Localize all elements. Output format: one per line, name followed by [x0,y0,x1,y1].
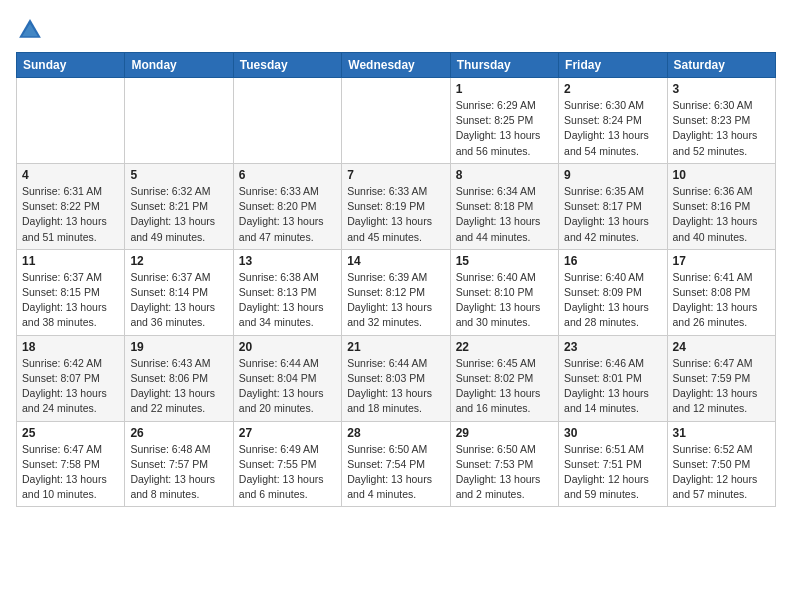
calendar-cell: 9Sunrise: 6:35 AMSunset: 8:17 PMDaylight… [559,163,667,249]
calendar-cell: 18Sunrise: 6:42 AMSunset: 8:07 PMDayligh… [17,335,125,421]
day-number: 28 [347,426,444,440]
day-number: 25 [22,426,119,440]
day-info: Sunrise: 6:29 AMSunset: 8:25 PMDaylight:… [456,98,553,159]
day-info: Sunrise: 6:46 AMSunset: 8:01 PMDaylight:… [564,356,661,417]
calendar-cell: 21Sunrise: 6:44 AMSunset: 8:03 PMDayligh… [342,335,450,421]
day-number: 30 [564,426,661,440]
calendar-cell: 31Sunrise: 6:52 AMSunset: 7:50 PMDayligh… [667,421,775,507]
calendar-cell [17,78,125,164]
day-info: Sunrise: 6:50 AMSunset: 7:54 PMDaylight:… [347,442,444,503]
day-info: Sunrise: 6:51 AMSunset: 7:51 PMDaylight:… [564,442,661,503]
day-number: 19 [130,340,227,354]
calendar-cell: 29Sunrise: 6:50 AMSunset: 7:53 PMDayligh… [450,421,558,507]
day-info: Sunrise: 6:35 AMSunset: 8:17 PMDaylight:… [564,184,661,245]
calendar-cell: 5Sunrise: 6:32 AMSunset: 8:21 PMDaylight… [125,163,233,249]
day-number: 26 [130,426,227,440]
day-number: 22 [456,340,553,354]
day-info: Sunrise: 6:45 AMSunset: 8:02 PMDaylight:… [456,356,553,417]
day-info: Sunrise: 6:39 AMSunset: 8:12 PMDaylight:… [347,270,444,331]
day-number: 17 [673,254,770,268]
page-header [16,16,776,44]
calendar-cell [125,78,233,164]
day-info: Sunrise: 6:52 AMSunset: 7:50 PMDaylight:… [673,442,770,503]
day-info: Sunrise: 6:34 AMSunset: 8:18 PMDaylight:… [456,184,553,245]
day-info: Sunrise: 6:47 AMSunset: 7:59 PMDaylight:… [673,356,770,417]
day-info: Sunrise: 6:36 AMSunset: 8:16 PMDaylight:… [673,184,770,245]
calendar-cell: 8Sunrise: 6:34 AMSunset: 8:18 PMDaylight… [450,163,558,249]
day-number: 4 [22,168,119,182]
calendar-day-header-tuesday: Tuesday [233,53,341,78]
calendar-cell: 23Sunrise: 6:46 AMSunset: 8:01 PMDayligh… [559,335,667,421]
calendar-cell: 25Sunrise: 6:47 AMSunset: 7:58 PMDayligh… [17,421,125,507]
day-number: 12 [130,254,227,268]
day-number: 13 [239,254,336,268]
calendar-cell: 28Sunrise: 6:50 AMSunset: 7:54 PMDayligh… [342,421,450,507]
day-info: Sunrise: 6:30 AMSunset: 8:24 PMDaylight:… [564,98,661,159]
day-number: 10 [673,168,770,182]
calendar-cell: 26Sunrise: 6:48 AMSunset: 7:57 PMDayligh… [125,421,233,507]
day-info: Sunrise: 6:44 AMSunset: 8:03 PMDaylight:… [347,356,444,417]
calendar-cell [342,78,450,164]
day-number: 5 [130,168,227,182]
calendar-cell: 13Sunrise: 6:38 AMSunset: 8:13 PMDayligh… [233,249,341,335]
calendar-cell: 15Sunrise: 6:40 AMSunset: 8:10 PMDayligh… [450,249,558,335]
calendar-header-row: SundayMondayTuesdayWednesdayThursdayFrid… [17,53,776,78]
day-number: 7 [347,168,444,182]
calendar-cell: 12Sunrise: 6:37 AMSunset: 8:14 PMDayligh… [125,249,233,335]
logo-icon [16,16,44,44]
day-info: Sunrise: 6:40 AMSunset: 8:10 PMDaylight:… [456,270,553,331]
calendar-cell: 3Sunrise: 6:30 AMSunset: 8:23 PMDaylight… [667,78,775,164]
calendar-cell: 17Sunrise: 6:41 AMSunset: 8:08 PMDayligh… [667,249,775,335]
calendar-cell: 24Sunrise: 6:47 AMSunset: 7:59 PMDayligh… [667,335,775,421]
calendar-cell: 22Sunrise: 6:45 AMSunset: 8:02 PMDayligh… [450,335,558,421]
day-info: Sunrise: 6:42 AMSunset: 8:07 PMDaylight:… [22,356,119,417]
calendar-cell: 4Sunrise: 6:31 AMSunset: 8:22 PMDaylight… [17,163,125,249]
calendar-cell: 20Sunrise: 6:44 AMSunset: 8:04 PMDayligh… [233,335,341,421]
calendar-day-header-saturday: Saturday [667,53,775,78]
day-info: Sunrise: 6:33 AMSunset: 8:19 PMDaylight:… [347,184,444,245]
calendar-cell: 2Sunrise: 6:30 AMSunset: 8:24 PMDaylight… [559,78,667,164]
calendar-cell: 1Sunrise: 6:29 AMSunset: 8:25 PMDaylight… [450,78,558,164]
calendar-week-row: 11Sunrise: 6:37 AMSunset: 8:15 PMDayligh… [17,249,776,335]
day-info: Sunrise: 6:47 AMSunset: 7:58 PMDaylight:… [22,442,119,503]
calendar-cell: 27Sunrise: 6:49 AMSunset: 7:55 PMDayligh… [233,421,341,507]
calendar-week-row: 18Sunrise: 6:42 AMSunset: 8:07 PMDayligh… [17,335,776,421]
day-number: 18 [22,340,119,354]
logo [16,16,48,44]
day-info: Sunrise: 6:37 AMSunset: 8:14 PMDaylight:… [130,270,227,331]
day-number: 6 [239,168,336,182]
calendar-day-header-friday: Friday [559,53,667,78]
day-number: 14 [347,254,444,268]
calendar-day-header-monday: Monday [125,53,233,78]
calendar-cell [233,78,341,164]
day-info: Sunrise: 6:30 AMSunset: 8:23 PMDaylight:… [673,98,770,159]
day-number: 3 [673,82,770,96]
calendar-header: SundayMondayTuesdayWednesdayThursdayFrid… [17,53,776,78]
day-info: Sunrise: 6:50 AMSunset: 7:53 PMDaylight:… [456,442,553,503]
day-number: 15 [456,254,553,268]
day-number: 20 [239,340,336,354]
day-number: 29 [456,426,553,440]
day-number: 11 [22,254,119,268]
day-number: 1 [456,82,553,96]
day-number: 8 [456,168,553,182]
calendar-table: SundayMondayTuesdayWednesdayThursdayFrid… [16,52,776,507]
day-info: Sunrise: 6:31 AMSunset: 8:22 PMDaylight:… [22,184,119,245]
day-number: 9 [564,168,661,182]
day-number: 27 [239,426,336,440]
calendar-cell: 10Sunrise: 6:36 AMSunset: 8:16 PMDayligh… [667,163,775,249]
calendar-cell: 14Sunrise: 6:39 AMSunset: 8:12 PMDayligh… [342,249,450,335]
day-info: Sunrise: 6:33 AMSunset: 8:20 PMDaylight:… [239,184,336,245]
day-info: Sunrise: 6:38 AMSunset: 8:13 PMDaylight:… [239,270,336,331]
calendar-cell: 11Sunrise: 6:37 AMSunset: 8:15 PMDayligh… [17,249,125,335]
day-number: 21 [347,340,444,354]
day-info: Sunrise: 6:41 AMSunset: 8:08 PMDaylight:… [673,270,770,331]
calendar-week-row: 1Sunrise: 6:29 AMSunset: 8:25 PMDaylight… [17,78,776,164]
day-info: Sunrise: 6:44 AMSunset: 8:04 PMDaylight:… [239,356,336,417]
day-info: Sunrise: 6:37 AMSunset: 8:15 PMDaylight:… [22,270,119,331]
day-number: 31 [673,426,770,440]
calendar-cell: 19Sunrise: 6:43 AMSunset: 8:06 PMDayligh… [125,335,233,421]
calendar-cell: 30Sunrise: 6:51 AMSunset: 7:51 PMDayligh… [559,421,667,507]
calendar-day-header-wednesday: Wednesday [342,53,450,78]
day-info: Sunrise: 6:43 AMSunset: 8:06 PMDaylight:… [130,356,227,417]
